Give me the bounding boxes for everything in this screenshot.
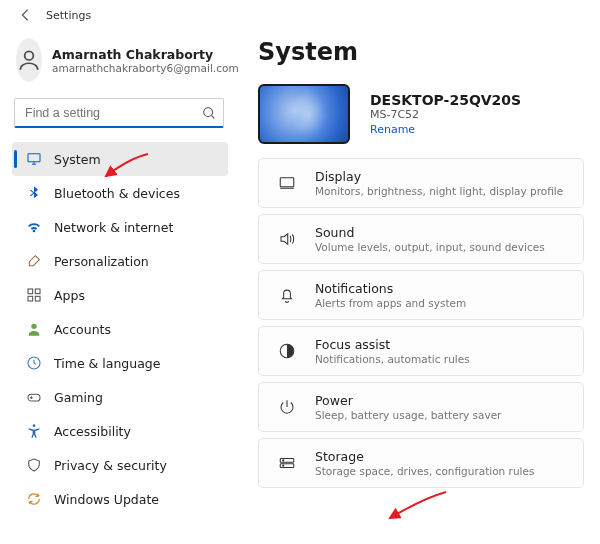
device-name: DESKTOP-25QV20S: [370, 92, 521, 108]
sidebar-item-personalization[interactable]: Personalization: [12, 244, 228, 278]
setting-title: Notifications: [315, 281, 466, 296]
sidebar: Amarnath Chakraborty amarnathchakraborty…: [0, 28, 238, 516]
sidebar-item-label: Gaming: [54, 390, 103, 405]
setting-title: Focus assist: [315, 337, 470, 352]
svg-rect-9: [28, 394, 40, 401]
wifi-icon: [26, 219, 42, 235]
svg-point-15: [283, 460, 284, 461]
setting-title: Display: [315, 169, 563, 184]
setting-subtitle: Notifications, automatic rules: [315, 353, 470, 365]
setting-title: Sound: [315, 225, 545, 240]
svg-point-1: [204, 108, 213, 117]
profile-name: Amarnath Chakraborty: [52, 47, 239, 62]
svg-rect-11: [280, 178, 294, 187]
svg-rect-5: [28, 296, 33, 301]
setting-card-power[interactable]: PowerSleep, battery usage, battery saver: [258, 382, 584, 432]
device-thumbnail: [258, 84, 350, 144]
setting-title: Power: [315, 393, 501, 408]
setting-card-notifications[interactable]: NotificationsAlerts from apps and system: [258, 270, 584, 320]
setting-card-display[interactable]: DisplayMonitors, brightness, night light…: [258, 158, 584, 208]
back-icon[interactable]: [18, 8, 32, 22]
gaming-icon: [26, 389, 42, 405]
sidebar-item-label: Windows Update: [54, 492, 159, 507]
setting-card-sound[interactable]: SoundVolume levels, output, input, sound…: [258, 214, 584, 264]
device-model: MS-7C52: [370, 108, 521, 121]
svg-point-16: [283, 465, 284, 466]
avatar: [16, 38, 42, 82]
svg-point-10: [33, 424, 36, 427]
sidebar-item-gaming[interactable]: Gaming: [12, 380, 228, 414]
sidebar-item-apps[interactable]: Apps: [12, 278, 228, 312]
svg-rect-2: [28, 154, 40, 162]
rename-link[interactable]: Rename: [370, 123, 415, 136]
clock-icon: [26, 355, 42, 371]
person-icon: [26, 321, 42, 337]
sidebar-item-label: Accounts: [54, 322, 111, 337]
sidebar-item-label: Time & language: [54, 356, 160, 371]
svg-point-0: [25, 51, 34, 60]
apps-icon: [26, 287, 42, 303]
storage-icon: [277, 453, 297, 473]
sidebar-item-windows-update[interactable]: Windows Update: [12, 482, 228, 516]
setting-subtitle: Storage space, drives, configuration rul…: [315, 465, 534, 477]
focus-icon: [277, 341, 297, 361]
sidebar-item-label: Privacy & security: [54, 458, 167, 473]
sidebar-item-network-internet[interactable]: Network & internet: [12, 210, 228, 244]
svg-rect-4: [35, 289, 40, 294]
brush-icon: [26, 253, 42, 269]
power-icon: [277, 397, 297, 417]
sidebar-item-label: Bluetooth & devices: [54, 186, 180, 201]
display-icon: [277, 173, 297, 193]
sidebar-item-label: Apps: [54, 288, 85, 303]
bell-icon: [277, 285, 297, 305]
sidebar-item-time-language[interactable]: Time & language: [12, 346, 228, 380]
sidebar-item-bluetooth-devices[interactable]: Bluetooth & devices: [12, 176, 228, 210]
sound-icon: [277, 229, 297, 249]
sidebar-item-label: Personalization: [54, 254, 149, 269]
svg-rect-6: [35, 296, 40, 301]
sidebar-item-label: Accessibility: [54, 424, 131, 439]
setting-subtitle: Sleep, battery usage, battery saver: [315, 409, 501, 421]
search-icon: [202, 106, 216, 120]
profile[interactable]: Amarnath Chakraborty amarnathchakraborty…: [12, 34, 228, 96]
setting-card-focus-assist[interactable]: Focus assistNotifications, automatic rul…: [258, 326, 584, 376]
main-content: System DESKTOP-25QV20S MS-7C52 Rename Di…: [238, 28, 600, 516]
app-title: Settings: [46, 9, 91, 22]
setting-subtitle: Monitors, brightness, night light, displ…: [315, 185, 563, 197]
accessibility-icon: [26, 423, 42, 439]
svg-point-7: [31, 324, 36, 329]
sidebar-item-label: System: [54, 152, 101, 167]
setting-card-storage[interactable]: StorageStorage space, drives, configurat…: [258, 438, 584, 488]
page-title: System: [258, 34, 584, 66]
sidebar-item-accessibility[interactable]: Accessibility: [12, 414, 228, 448]
shield-icon: [26, 457, 42, 473]
sidebar-item-label: Network & internet: [54, 220, 173, 235]
bluetooth-icon: [26, 185, 42, 201]
monitor-icon: [26, 151, 42, 167]
device-row: DESKTOP-25QV20S MS-7C52 Rename: [258, 84, 584, 144]
sidebar-item-privacy-security[interactable]: Privacy & security: [12, 448, 228, 482]
update-icon: [26, 491, 42, 507]
setting-subtitle: Volume levels, output, input, sound devi…: [315, 241, 545, 253]
search-input[interactable]: [14, 98, 224, 128]
svg-rect-3: [28, 289, 33, 294]
sidebar-item-accounts[interactable]: Accounts: [12, 312, 228, 346]
sidebar-item-system[interactable]: System: [12, 142, 228, 176]
setting-subtitle: Alerts from apps and system: [315, 297, 466, 309]
profile-email: amarnathchakraborty6@gmail.com: [52, 62, 239, 74]
setting-title: Storage: [315, 449, 534, 464]
